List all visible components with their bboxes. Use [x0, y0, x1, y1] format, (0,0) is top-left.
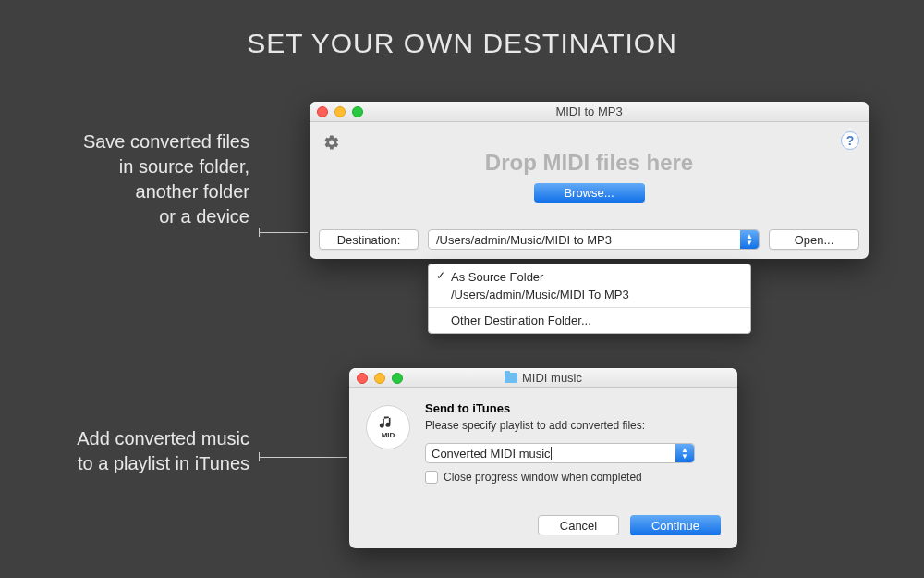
page-title: SET YOUR OWN DESTINATION — [0, 0, 924, 59]
window-title: MIDI to MP3 — [555, 105, 622, 118]
destination-button[interactable]: Destination: — [319, 229, 419, 250]
pointer-tick — [259, 228, 260, 237]
caption-itunes-playlist: Add converted musicto a playlist in iTun… — [46, 426, 249, 476]
menu-item-other-folder[interactable]: Other Destination Folder... — [429, 312, 750, 329]
close-icon[interactable] — [357, 373, 368, 384]
window-title: MIDI music — [522, 371, 582, 385]
dialog-title: Send to iTunes — [425, 401, 721, 415]
minimize-icon[interactable] — [374, 373, 385, 384]
close-when-done-checkbox[interactable] — [425, 471, 438, 484]
zoom-icon[interactable] — [392, 373, 403, 384]
traffic-lights[interactable] — [357, 373, 403, 384]
close-icon[interactable] — [317, 106, 328, 117]
chevron-updown-icon: ▲▼ — [675, 444, 694, 462]
pointer-line — [259, 232, 308, 233]
pointer-line — [259, 457, 347, 458]
menu-item-path[interactable]: /Users/admin/Music/MIDI To MP3 — [429, 286, 750, 303]
pointer-tick — [259, 452, 260, 461]
menu-separator — [429, 307, 750, 308]
drop-zone-label: Drop MIDI files here — [310, 150, 869, 176]
midi-file-icon: MID — [366, 405, 410, 449]
help-button[interactable]: ? — [841, 131, 859, 150]
checkbox-label: Close progress window when completed — [444, 471, 642, 484]
folder-icon — [505, 373, 517, 383]
destination-select[interactable]: /Users/admin/Music/MIDI to MP3 ▲▼ — [428, 229, 760, 250]
open-button[interactable]: Open... — [769, 229, 859, 250]
chevron-updown-icon: ▲▼ — [740, 230, 759, 249]
window-send-to-itunes: MIDI music MID Send to iTunes Please spe… — [349, 368, 737, 548]
titlebar[interactable]: MIDI to MP3 — [310, 102, 869, 122]
zoom-icon[interactable] — [352, 106, 363, 117]
caption-save-destination: Save converted filesin source folder,ano… — [46, 129, 249, 229]
destination-dropdown-menu: As Source Folder /Users/admin/Music/MIDI… — [428, 264, 751, 334]
playlist-select[interactable]: Converted MIDI music ▲▼ — [425, 443, 695, 463]
titlebar[interactable]: MIDI music — [349, 368, 737, 388]
text-cursor — [551, 447, 552, 460]
playlist-value: Converted MIDI music — [432, 447, 551, 461]
cancel-button[interactable]: Cancel — [538, 515, 619, 535]
menu-item-source-folder[interactable]: As Source Folder — [429, 268, 750, 286]
browse-button[interactable]: Browse... — [534, 183, 645, 203]
dialog-instruction: Please specify playlist to add converted… — [425, 419, 721, 432]
window-midi-to-mp3: MIDI to MP3 ? Drop MIDI files here Brows… — [310, 102, 869, 259]
continue-button[interactable]: Continue — [630, 515, 721, 535]
destination-value: /Users/admin/Music/MIDI to MP3 — [436, 233, 612, 247]
minimize-icon[interactable] — [334, 106, 346, 117]
gear-icon — [323, 134, 340, 151]
traffic-lights[interactable] — [317, 106, 363, 117]
